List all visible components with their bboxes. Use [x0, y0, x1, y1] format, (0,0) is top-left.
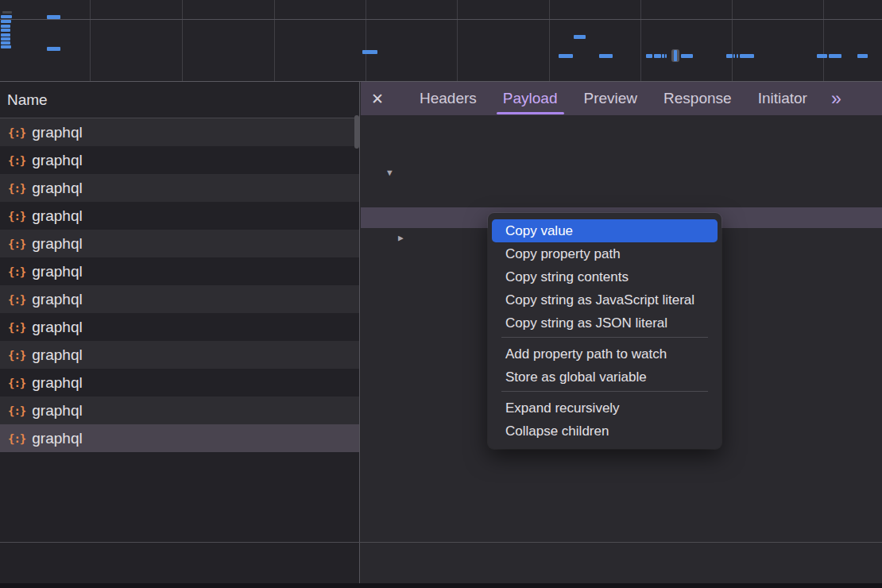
request-name: graphql	[32, 319, 82, 336]
overview-gridline	[640, 0, 641, 81]
json-braces-icon: {:}	[8, 238, 25, 250]
request-row[interactable]: {:}graphql	[0, 397, 359, 424]
waterfall-bar	[654, 54, 661, 58]
waterfall-bar	[1, 20, 11, 23]
waterfall-bar	[1, 45, 11, 48]
waterfall-bar	[47, 15, 60, 19]
waterfall-bar	[681, 54, 693, 58]
payload-operationname-row[interactable]: operationName: "ipFlowTimeseries"	[361, 184, 882, 205]
waterfall-bar	[574, 35, 586, 39]
waterfall-bar	[726, 54, 733, 58]
tab-payload[interactable]: Payload	[503, 82, 558, 115]
waterfall-bar	[1, 29, 10, 32]
overview-gridline	[732, 0, 733, 81]
tab-response[interactable]: Response	[663, 82, 732, 115]
request-list: {:}graphql{:}graphql{:}graphql{:}graphql…	[0, 118, 359, 452]
menu-separator	[501, 337, 708, 338]
request-row[interactable]: {:}graphql	[0, 146, 359, 174]
overview-gridline	[90, 0, 91, 81]
request-name: graphql	[32, 207, 82, 225]
request-name: graphql	[32, 152, 82, 169]
menu-item-copy-property-path[interactable]: Copy property path	[492, 242, 718, 265]
waterfall-bar	[362, 50, 377, 54]
waterfall-bar	[857, 54, 868, 58]
footer-divider	[0, 542, 882, 543]
request-name: graphql	[32, 346, 82, 364]
request-row[interactable]: {:}graphql	[0, 202, 359, 230]
tab-initiator[interactable]: Initiator	[758, 82, 807, 115]
menu-item-store-as-global-variable[interactable]: Store as global variable	[492, 366, 718, 389]
menu-item-copy-string-json-literal[interactable]: Copy string as JSON literal	[492, 311, 718, 335]
devtools-network-panel: Name {:}graphql{:}graphql{:}graphql{:}gr…	[0, 0, 882, 588]
json-braces-icon: {:}	[8, 210, 25, 222]
menu-item-copy-string-contents[interactable]: Copy string contents	[492, 265, 718, 288]
request-row[interactable]: {:}graphql	[0, 230, 359, 257]
request-name: graphql	[32, 402, 82, 420]
overview-gridline	[366, 0, 366, 81]
request-row[interactable]: {:}graphql	[0, 285, 359, 313]
overview-hline	[0, 19, 882, 20]
request-name: graphql	[32, 235, 82, 253]
menu-item-collapse-children[interactable]: Collapse children	[492, 420, 718, 443]
overview-gridline	[549, 0, 550, 81]
tab-headers[interactable]: Headers	[420, 82, 477, 115]
selected-request-marker	[671, 49, 679, 62]
json-braces-icon: {:}	[8, 377, 25, 389]
request-list-panel: Name {:}graphql{:}graphql{:}graphql{:}gr…	[0, 82, 360, 583]
overview-gridline	[182, 0, 183, 81]
json-braces-icon: {:}	[8, 293, 25, 306]
waterfall-bar	[665, 54, 667, 58]
request-row[interactable]: {:}graphql	[0, 369, 359, 397]
menu-item-copy-string-js-literal[interactable]: Copy string as JavaScript literal	[492, 288, 718, 311]
json-braces-icon: {:}	[8, 182, 25, 195]
waterfall-bar	[733, 54, 735, 58]
json-braces-icon: {:}	[8, 349, 25, 362]
expand-triangle-icon[interactable]: ▶	[398, 228, 404, 249]
detail-tab-bar: ✕ Headers Payload Preview Response Initi…	[361, 82, 882, 115]
json-braces-icon: {:}	[8, 154, 25, 167]
waterfall-bar	[1, 25, 10, 28]
menu-item-copy-value[interactable]: Copy value	[492, 219, 718, 242]
request-name: graphql	[32, 430, 82, 447]
request-payload-section-header: ▾Request Payloadview source	[372, 133, 882, 153]
waterfall-bar	[740, 54, 754, 58]
request-name: graphql	[32, 180, 82, 197]
request-row[interactable]: {:}graphql	[0, 118, 359, 146]
menu-item-add-property-path-to-watch[interactable]: Add property path to watch	[492, 342, 718, 366]
waterfall-bar	[2, 11, 12, 14]
request-row[interactable]: {:}graphql	[0, 341, 359, 369]
more-tabs-icon[interactable]: »	[831, 82, 841, 115]
request-row[interactable]: {:}graphql	[0, 257, 359, 285]
menu-separator	[501, 391, 708, 392]
json-braces-icon: {:}	[8, 432, 25, 445]
waterfall-bar	[817, 54, 827, 58]
json-braces-icon: {:}	[8, 321, 25, 334]
waterfall-bar	[599, 54, 613, 58]
json-braces-icon: {:}	[8, 126, 25, 139]
network-overview-waterfall[interactable]	[0, 0, 882, 82]
json-braces-icon: {:}	[8, 265, 25, 278]
waterfall-bar	[737, 54, 738, 58]
name-column-header[interactable]: Name	[0, 82, 359, 118]
request-name: graphql	[32, 374, 82, 392]
waterfall-bar	[1, 33, 10, 37]
tab-preview[interactable]: Preview	[584, 82, 638, 115]
request-name: graphql	[32, 263, 82, 280]
request-name: graphql	[32, 291, 82, 308]
request-row[interactable]: {:}graphql	[0, 313, 359, 341]
waterfall-bar	[646, 54, 652, 58]
request-name: graphql	[32, 124, 82, 141]
close-icon[interactable]: ✕	[371, 90, 393, 108]
menu-item-expand-recursively[interactable]: Expand recursively	[492, 397, 718, 420]
overview-gridline	[274, 0, 275, 81]
request-row-selected[interactable]: {:}graphql	[0, 424, 359, 452]
scrollbar-thumb[interactable]	[354, 115, 359, 149]
collapse-triangle-icon[interactable]: ▼	[387, 163, 393, 184]
waterfall-bar	[47, 47, 60, 51]
waterfall-bar	[662, 54, 664, 58]
overview-gridline	[457, 0, 458, 81]
context-menu: Copy value Copy property path Copy strin…	[488, 213, 721, 449]
request-row[interactable]: {:}graphql	[0, 174, 359, 202]
waterfall-bar	[1, 41, 10, 44]
payload-root-row[interactable]: ▼ {operationName: "ipFlowTimeseries", va…	[361, 163, 882, 184]
